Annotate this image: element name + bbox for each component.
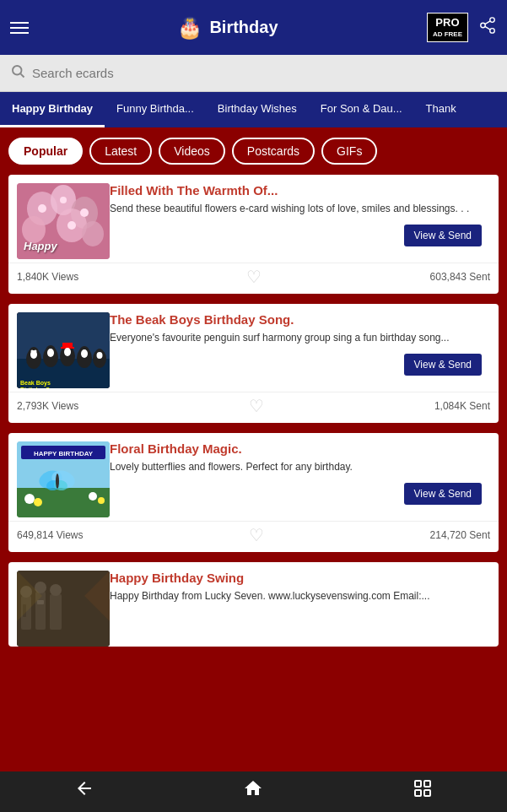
back-button[interactable] — [57, 771, 111, 810]
svg-point-51 — [24, 494, 35, 504]
card-2-sent: 1,084K Sent — [434, 400, 490, 412]
card-4-thumbnail — [17, 571, 110, 647]
svg-point-39 — [97, 352, 103, 359]
svg-point-0 — [490, 18, 495, 23]
card-2: Beak Boys Birthday Song The Beak Boys Bi… — [8, 304, 499, 423]
card-2-content: The Beak Boys Birthday Song. Everyone's … — [110, 312, 490, 376]
app-title: Birthday — [209, 18, 278, 37]
recents-button[interactable] — [396, 771, 450, 810]
svg-rect-66 — [17, 571, 110, 647]
pro-badge[interactable]: PRO AD FREE — [427, 13, 468, 42]
card-2-stats: 2,793K Views ♡ 1,084K Sent — [8, 392, 499, 423]
card-1-view-send-button[interactable]: View & Send — [404, 225, 483, 246]
card-3-sent: 214,720 Sent — [430, 529, 490, 541]
card-1: Happy Filled With The Warmth Of... Send … — [8, 175, 499, 294]
card-1-description: Send these beautiful flowers e-card wish… — [110, 202, 490, 216]
tab-happy-birthday[interactable]: Happy Birthday — [0, 92, 105, 127]
card-4: Happy Birthday Swing Happy Birthday from… — [8, 562, 499, 647]
svg-text:HAPPY BIRTHDAY: HAPPY BIRTHDAY — [34, 450, 94, 457]
card-1-happy-text: Happy — [24, 240, 57, 252]
card-2-title: The Beak Boys Birthday Song. — [110, 312, 490, 327]
card-3-stats: 649,814 Views ♡ 214,720 Sent — [8, 521, 499, 552]
svg-point-24 — [31, 350, 34, 353]
search-icon — [10, 63, 25, 83]
card-2-view-send-button[interactable]: View & Send — [404, 354, 483, 376]
filter-postcards[interactable]: Postcards — [232, 138, 315, 165]
ad-free-label: AD FREE — [433, 30, 462, 39]
header-right: PRO AD FREE — [427, 13, 497, 42]
svg-point-13 — [82, 221, 104, 246]
svg-line-6 — [20, 73, 24, 77]
card-2-thumbnail: Beak Boys Birthday Song — [17, 312, 110, 388]
svg-rect-70 — [424, 790, 430, 796]
tabs-row: Happy Birthday Funny Birthda... Birthday… — [0, 92, 507, 127]
svg-rect-67 — [415, 781, 421, 787]
card-3-heart-icon[interactable]: ♡ — [249, 525, 264, 545]
card-3-view-send-button[interactable]: View & Send — [404, 483, 483, 505]
pro-label: PRO — [433, 16, 462, 30]
card-3: HAPPY BIRTHDAY Floral Birthday Magic. Lo — [8, 433, 499, 552]
card-1-heart-icon[interactable]: ♡ — [246, 267, 262, 287]
svg-point-2 — [490, 29, 495, 33]
card-4-content: Happy Birthday Swing Happy Birthday from… — [110, 571, 490, 604]
card-2-views: 2,793K Views — [17, 400, 78, 412]
svg-text:Beak Boys: Beak Boys — [20, 380, 51, 387]
svg-point-33 — [64, 348, 71, 356]
card-1-sent: 603,843 Sent — [430, 271, 490, 283]
svg-rect-69 — [415, 790, 421, 796]
card-1-thumbnail: Happy — [17, 183, 110, 259]
svg-point-53 — [89, 492, 97, 501]
card-3-title: Floral Birthday Magic. — [110, 441, 490, 456]
cards-container: Happy Filled With The Warmth Of... Send … — [0, 175, 507, 771]
filter-latest[interactable]: Latest — [89, 138, 152, 165]
svg-point-25 — [35, 350, 37, 353]
svg-point-50 — [56, 474, 59, 489]
svg-line-4 — [485, 21, 490, 24]
card-1-content: Filled With The Warmth Of... Send these … — [110, 183, 490, 246]
filter-videos[interactable]: Videos — [159, 138, 225, 165]
card-3-content: Floral Birthday Magic. Lovely butterflie… — [110, 441, 490, 505]
app-header: 🎂 Birthday PRO AD FREE — [0, 0, 507, 55]
card-4-title: Happy Birthday Swing — [110, 571, 490, 585]
tab-for-son-dau[interactable]: For Son & Dau... — [309, 92, 414, 127]
card-2-description: Everyone's favourite penguin surf harmon… — [110, 331, 490, 345]
svg-text:Birthday Song: Birthday Song — [20, 387, 61, 388]
svg-point-28 — [47, 349, 54, 357]
cake-icon: 🎂 — [177, 16, 202, 40]
svg-point-17 — [67, 221, 76, 230]
header-left — [10, 22, 29, 34]
tab-funny-birthday[interactable]: Funny Birthda... — [105, 92, 206, 127]
tab-birthday-wishes[interactable]: Birthday Wishes — [206, 92, 309, 127]
svg-point-14 — [38, 204, 46, 213]
svg-point-5 — [13, 66, 22, 75]
svg-point-52 — [34, 498, 42, 506]
card-3-thumbnail: HAPPY BIRTHDAY — [17, 441, 110, 517]
tab-thank[interactable]: Thank — [414, 92, 468, 127]
search-input[interactable] — [32, 66, 497, 80]
card-1-views: 1,840K Views — [17, 271, 78, 283]
svg-line-3 — [485, 26, 490, 30]
filter-popular[interactable]: Popular — [8, 138, 83, 165]
share-button[interactable] — [478, 16, 497, 39]
svg-point-1 — [481, 23, 486, 28]
card-1-title: Filled With The Warmth Of... — [110, 183, 490, 198]
svg-rect-68 — [424, 781, 430, 787]
svg-point-15 — [60, 197, 67, 203]
bottom-nav-bar — [0, 770, 507, 812]
svg-point-16 — [80, 208, 89, 217]
search-bar — [0, 55, 507, 92]
filter-row: Popular Latest Videos Postcards GIFs — [0, 127, 507, 175]
svg-point-36 — [81, 349, 88, 358]
card-4-description: Happy Birthday from Lucky Seven. www.luc… — [110, 589, 490, 604]
card-2-heart-icon[interactable]: ♡ — [249, 396, 264, 416]
svg-point-54 — [98, 497, 105, 504]
card-3-description: Lovely butterflies and flowers. Perfect … — [110, 460, 490, 474]
hamburger-menu-button[interactable] — [10, 22, 29, 34]
filter-gifs[interactable]: GIFs — [321, 138, 377, 165]
home-button[interactable] — [226, 771, 280, 810]
header-center: 🎂 Birthday — [177, 16, 278, 40]
card-1-stats: 1,840K Views ♡ 603,843 Sent — [8, 263, 499, 294]
card-3-views: 649,814 Views — [17, 529, 84, 541]
